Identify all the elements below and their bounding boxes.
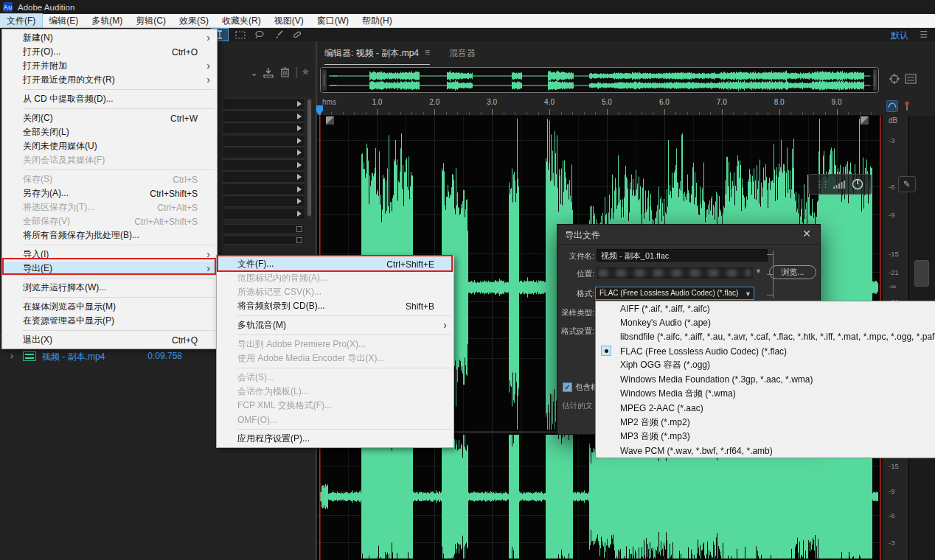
vertical-scroll-thumb[interactable]	[914, 260, 929, 287]
favorite-star-icon[interactable]: ★	[301, 66, 310, 77]
export-submenu-item-5[interactable]: 多轨混音(M)›	[217, 318, 453, 332]
menubar-item-2[interactable]: 多轨(M)	[85, 14, 129, 27]
export-submenu-item-3[interactable]: 将音频刻录到 CD(B)...Shift+B	[217, 299, 453, 313]
scrollbar-thumb[interactable]	[307, 99, 311, 216]
file-menu-item-10[interactable]: 关闭会话及其媒体(F)	[2, 153, 217, 167]
range-handle-right[interactable]	[872, 69, 877, 91]
effects-slot-5[interactable]	[222, 159, 305, 171]
panel-menu-icon[interactable]: ≡	[425, 47, 430, 60]
save-preset-icon[interactable]	[263, 67, 274, 78]
format-option-0[interactable]: AIFF (*.aif, *.aiff, *.aifc)	[596, 301, 935, 315]
workspace-switcher[interactable]: 默认	[891, 29, 908, 42]
export-submenu-item-2[interactable]: 所选标记至 CSV(K)...	[217, 285, 453, 299]
file-menu-item-3[interactable]: 打开最近使用的文件(R)›	[2, 73, 217, 87]
format-option-10[interactable]: Wave PCM (*.wav, *.bwf, *.rf64, *.amb)	[596, 444, 935, 458]
file-menu-item-1[interactable]: 打开(O)...Ctrl+O	[2, 45, 217, 59]
effects-slot-8[interactable]	[222, 195, 305, 207]
file-menu-item-8[interactable]: 全部关闭(L)	[2, 125, 217, 139]
fade-out-handle[interactable]	[861, 116, 869, 125]
export-submenu-item-8[interactable]: 使用 Adobe Media Encoder 导出(X)...	[217, 351, 453, 365]
spot-healing-brush-tool-icon[interactable]	[289, 29, 305, 41]
format-option-1[interactable]: Monkey's Audio (*.ape)	[596, 315, 935, 329]
location-dropdown-icon[interactable]: ▼	[755, 267, 762, 275]
file-menu-item-13[interactable]: 另存为(A)...Ctrl+Shift+S	[2, 186, 217, 200]
expand-chevron-icon[interactable]: ›	[10, 351, 13, 361]
include-markers-checkbox[interactable]: ✓	[563, 382, 572, 392]
effects-slot-1[interactable]	[222, 111, 305, 122]
waveform-overview-strip[interactable]	[320, 67, 879, 93]
export-submenu-item-10[interactable]: 会话(S)...	[217, 371, 453, 385]
export-submenu-item-1[interactable]: 范围标记内的音频(A)...	[217, 271, 453, 285]
menubar-item-0[interactable]: 文件(F)	[0, 14, 42, 27]
effects-slot-9[interactable]	[222, 208, 305, 220]
file-menu-item-2[interactable]: 打开并附加›	[2, 59, 217, 73]
export-submenu-item-12[interactable]: FCP XML 交换格式(F)...	[217, 399, 453, 413]
format-option-2[interactable]: libsndfile (*.aifc, *.aiff, *.au, *.avr,…	[596, 330, 935, 344]
effects-slot-3[interactable]	[222, 135, 305, 147]
file-menu-item-5[interactable]: 从 CD 中提取音频(D)...	[2, 92, 217, 106]
range-handle-left[interactable]	[321, 69, 327, 91]
file-menu-item-0[interactable]: 新建(N)›	[2, 31, 217, 45]
file-menu-item-15[interactable]: 全部保存(V)Ctrl+Alt+Shift+S	[2, 214, 217, 228]
export-submenu-item-11[interactable]: 会话作为模板(L)...	[217, 385, 453, 399]
tab-mixer[interactable]: 混音器	[449, 47, 476, 65]
menubar-item-6[interactable]: 视图(V)	[268, 14, 310, 27]
timeline-ruler[interactable]: hms 1.02.03.04.05.06.07.08.09.0	[317, 96, 882, 116]
menubar-item-1[interactable]: 编辑(E)	[42, 14, 85, 27]
effects-slot-4[interactable]	[222, 147, 305, 158]
menubar-item-4[interactable]: 效果(S)	[173, 14, 215, 27]
file-menu-item-21[interactable]: 浏览并运行脚本(W)...	[2, 281, 217, 295]
power-toggle-icon[interactable]	[851, 178, 864, 191]
dialog-close-icon[interactable]: ✕	[800, 228, 813, 239]
preset-dropdown-icon[interactable]: ⌄	[251, 69, 257, 78]
lasso-selection-tool-icon[interactable]	[251, 29, 268, 41]
file-menu-item-7[interactable]: 关闭(C)Ctrl+W	[2, 111, 217, 125]
effects-slot-0[interactable]	[222, 98, 305, 110]
delete-preset-icon[interactable]	[280, 66, 290, 78]
effects-slot-6[interactable]	[222, 171, 305, 183]
format-option-3[interactable]: FLAC (Free Lossless Audio Codec) (*.flac…	[596, 344, 935, 358]
file-menu-item-23[interactable]: 在媒体浏览器中显示(M)	[2, 300, 217, 314]
menubar-item-3[interactable]: 剪辑(C)	[129, 14, 173, 27]
file-menu-item-14[interactable]: 将选区保存为(T)...Ctrl+Alt+S	[2, 200, 217, 214]
effects-slot-2[interactable]	[222, 122, 305, 134]
tab-editor[interactable]: 编辑器: 视频 - 副本.mp4 ≡	[324, 47, 430, 65]
menubar-item-5[interactable]: 收藏夹(R)	[215, 14, 268, 27]
export-submenu-item-7[interactable]: 导出到 Adobe Premiere Pro(X)...	[217, 337, 453, 351]
file-menu-item-26[interactable]: 退出(X)Ctrl+Q	[2, 333, 217, 347]
format-option-9[interactable]: MP3 音频 (*.mp3)	[596, 430, 935, 444]
format-option-8[interactable]: MP2 音频 (*.mp2)	[596, 415, 935, 429]
file-menu-item-9[interactable]: 关闭未使用媒体(U)	[2, 139, 217, 153]
location-input[interactable]	[597, 267, 753, 279]
menubar-item-8[interactable]: 帮助(H)	[355, 14, 399, 27]
effects-slot-7[interactable]	[222, 183, 305, 195]
menubar-item-7[interactable]: 窗口(W)	[310, 14, 355, 27]
file-menu-item-16[interactable]: 将所有音频保存为批处理(B)...	[2, 228, 217, 242]
browse-button[interactable]: 浏览...	[769, 265, 816, 279]
fade-in-handle[interactable]	[326, 116, 334, 125]
panel-options-icon[interactable]	[904, 72, 917, 85]
effects-input-row[interactable]	[222, 224, 305, 234]
format-option-4[interactable]: Xiph OGG 容器 (*.ogg)	[596, 358, 935, 372]
format-select[interactable]: FLAC (Free Lossless Audio Codec) (*.flac…	[595, 287, 754, 300]
hud-grip-icon[interactable]: ⋮⋮	[816, 180, 827, 189]
format-option-7[interactable]: MPEG 2-AAC (*.aac)	[596, 401, 935, 415]
export-submenu-item-13[interactable]: OMF(O)...	[217, 413, 453, 427]
loop-playback-icon[interactable]	[886, 100, 898, 112]
filename-input[interactable]: 视频 - 副本_01.flac	[597, 249, 768, 262]
hud-edit-icon[interactable]: ✎	[898, 176, 916, 192]
marker-pin-icon[interactable]	[901, 100, 913, 112]
effects-rack-scrollbar[interactable]	[307, 98, 312, 220]
paintbrush-selection-tool-icon[interactable]	[271, 29, 287, 41]
effects-output-row[interactable]	[222, 235, 305, 245]
playhead-marker[interactable]	[316, 105, 323, 116]
workspace-menu-icon[interactable]: ☰	[920, 29, 928, 40]
format-option-5[interactable]: Windows Media Foundation (*.3gp, *.aac, …	[596, 372, 935, 386]
volume-level-icon[interactable]	[833, 179, 846, 189]
marquee-selection-tool-icon[interactable]	[232, 29, 248, 41]
zoom-to-selection-icon[interactable]	[888, 72, 901, 85]
export-submenu-item-15[interactable]: 应用程序设置(P)...	[217, 432, 453, 446]
file-menu-item-12[interactable]: 保存(S)Ctrl+S	[2, 172, 217, 186]
format-option-6[interactable]: Windows Media 音频 (*.wma)	[596, 387, 935, 401]
overview-waveform-canvas[interactable]	[327, 70, 873, 91]
